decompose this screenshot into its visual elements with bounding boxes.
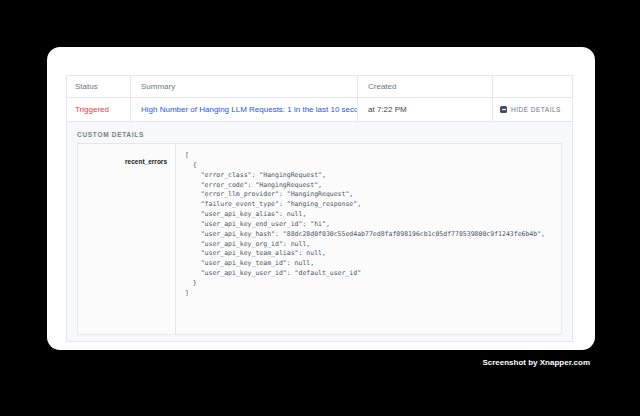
status-cell: Triggered (67, 98, 131, 121)
collapse-minus-icon (500, 106, 507, 113)
alerts-table: Status Summary Created Triggered High Nu… (66, 75, 573, 342)
recent-errors-json: [ { "error_class": "HangingRequest", "er… (176, 144, 561, 334)
watermark-text: Screenshot by Xnapper.com (482, 358, 590, 367)
table-header-row: Status Summary Created (67, 76, 572, 98)
table-row: Triggered High Number of Hanging LLM Req… (67, 98, 572, 122)
alert-summary-link[interactable]: High Number of Hanging LLM Requests: 1 i… (141, 105, 358, 114)
custom-details-heading: CUSTOM DETAILS (77, 131, 562, 138)
status-badge: Triggered (75, 105, 109, 114)
hide-details-label: HIDE DETAILS (511, 106, 561, 113)
details-key-column: recent_errors (78, 144, 176, 334)
created-cell: at 7:22 PM (358, 98, 493, 121)
column-header-summary: Summary (131, 76, 358, 97)
actions-cell: HIDE DETAILS (493, 98, 572, 121)
created-timestamp: at 7:22 PM (368, 105, 407, 114)
hide-details-button[interactable]: HIDE DETAILS (500, 106, 561, 113)
alert-card: Status Summary Created Triggered High Nu… (47, 47, 595, 350)
custom-details-box: recent_errors [ { "error_class": "Hangin… (77, 143, 562, 335)
details-key-recent-errors: recent_errors (125, 158, 167, 165)
column-header-status: Status (67, 76, 131, 97)
custom-details-section: CUSTOM DETAILS recent_errors [ { "error_… (67, 122, 572, 341)
summary-cell: High Number of Hanging LLM Requests: 1 i… (131, 98, 358, 121)
column-header-created: Created (358, 76, 493, 97)
column-header-actions (493, 76, 572, 97)
